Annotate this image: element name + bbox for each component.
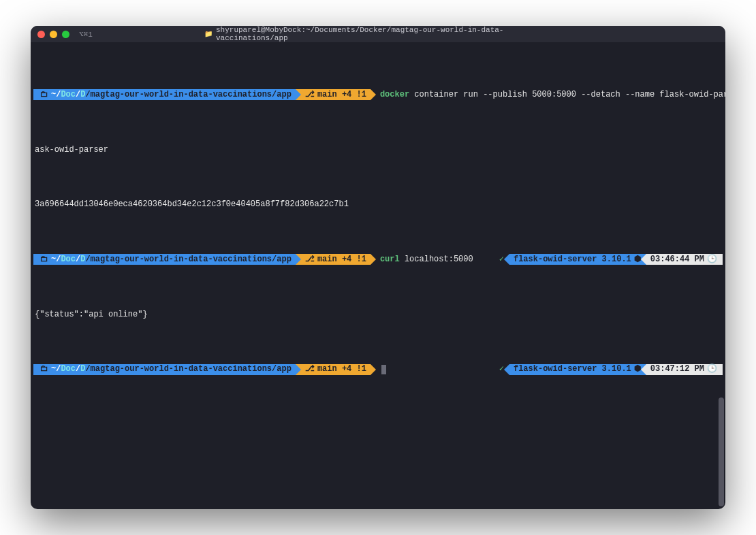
command-area: docker container run --publish 5000:5000… (371, 89, 725, 100)
path-part: Doc (61, 254, 76, 265)
terminal-body[interactable]: 🗀~/Doc/D/magtag-our-world-in-data-vaccin… (31, 42, 725, 509)
command-executable: docker (380, 89, 409, 100)
command-output-2: {"status":"api online"} (33, 309, 725, 320)
tab-shortcut-indicator: ⌥⌘1 (79, 30, 93, 39)
branch-name: main +4 !1 (317, 89, 366, 100)
env-segment: flask-owid-server 3.10.1⬢ (509, 364, 646, 375)
git-branch-segment: ⎇main +4 !1 (296, 254, 371, 265)
path-part: Doc (61, 89, 76, 100)
command-executable: curl (380, 254, 400, 265)
path-segment: 🗀~/Doc/D/magtag-our-world-in-data-vaccin… (33, 89, 296, 100)
scrollbar[interactable] (719, 398, 724, 506)
success-check-icon: ✓ (499, 363, 504, 374)
path-part: D (80, 254, 85, 265)
command-output-1: 3a696644dd13046e0eca4620364bd34e2c12c3f0… (33, 199, 725, 210)
time-text: 03:46:44 PM (650, 254, 704, 265)
env-text: flask-owid-server 3.10.1 (514, 254, 631, 265)
path-part: ~/ (51, 363, 61, 374)
folder-icon: 🗀 (40, 89, 48, 100)
clock-icon: 🕒 (707, 363, 717, 374)
python-icon: ⬢ (634, 363, 641, 374)
close-button[interactable] (37, 31, 45, 38)
path-part: / (76, 89, 80, 100)
path-part: / (76, 363, 80, 374)
command-wrap: ask-owid-parser (33, 144, 725, 155)
titlebar: ⌥⌘1 📁 shyruparel@MobyDock:~/Documents/Do… (31, 26, 725, 42)
path-part: ~/ (51, 254, 61, 265)
branch-icon: ⎇ (305, 254, 315, 265)
prompt-line-3: 🗀~/Doc/D/magtag-our-world-in-data-vaccin… (33, 364, 725, 375)
command-area: curl localhost:5000 (371, 254, 499, 265)
time-segment: 03:47:12 PM🕒 (646, 364, 723, 375)
right-status: ✓ flask-owid-server 3.10.1⬢ 03:46:44 PM🕒 (499, 254, 725, 265)
branch-icon: ⎇ (305, 363, 315, 374)
path-part: /magtag-our-world-in-data-vaccinations/a… (85, 89, 291, 100)
git-branch-segment: ⎇main +4 !1 (296, 89, 371, 100)
branch-icon: ⎇ (305, 89, 315, 100)
maximize-button[interactable] (62, 31, 69, 38)
command-args: localhost:5000 (400, 254, 473, 265)
path-part: ~/ (51, 89, 61, 100)
cursor (381, 365, 386, 374)
traffic-lights (37, 31, 69, 38)
env-segment: flask-owid-server 3.10.1⬢ (509, 254, 646, 265)
branch-name: main +4 !1 (317, 254, 366, 265)
clock-icon: 🕒 (707, 254, 717, 265)
path-part: D (80, 363, 85, 374)
time-text: 03:47:12 PM (650, 363, 704, 374)
path-part: /magtag-our-world-in-data-vaccinations/a… (85, 254, 291, 265)
prompt-line-2: 🗀~/Doc/D/magtag-our-world-in-data-vaccin… (33, 254, 725, 265)
python-icon: ⬢ (634, 254, 641, 265)
path-part: Doc (61, 363, 76, 374)
prompt-line-1: 🗀~/Doc/D/magtag-our-world-in-data-vaccin… (33, 89, 725, 100)
path-segment: 🗀~/Doc/D/magtag-our-world-in-data-vaccin… (33, 364, 296, 375)
folder-icon: 🗀 (40, 363, 48, 374)
env-text: flask-owid-server 3.10.1 (514, 363, 631, 374)
minimize-button[interactable] (50, 31, 57, 38)
folder-icon: 📁 (204, 30, 212, 38)
folder-icon: 🗀 (40, 254, 48, 265)
time-segment: 03:46:44 PM🕒 (646, 254, 723, 265)
path-part: / (76, 254, 80, 265)
window-title: 📁 shyruparel@MobyDock:~/Documents/Docker… (204, 26, 552, 42)
path-part: D (80, 89, 85, 100)
right-status: ✓ flask-owid-server 3.10.1⬢ 03:47:12 PM🕒 (499, 364, 725, 375)
title-text: shyruparel@MobyDock:~/Documents/Docker/m… (216, 26, 552, 42)
success-check-icon: ✓ (499, 254, 504, 265)
terminal-window: ⌥⌘1 📁 shyruparel@MobyDock:~/Documents/Do… (31, 26, 725, 509)
branch-name: main +4 !1 (317, 363, 366, 374)
path-segment: 🗀~/Doc/D/magtag-our-world-in-data-vaccin… (33, 254, 296, 265)
command-args: container run --publish 5000:5000 --deta… (409, 89, 725, 100)
path-part: /magtag-our-world-in-data-vaccinations/a… (85, 363, 291, 374)
command-area[interactable] (371, 364, 499, 375)
git-branch-segment: ⎇main +4 !1 (296, 364, 371, 375)
